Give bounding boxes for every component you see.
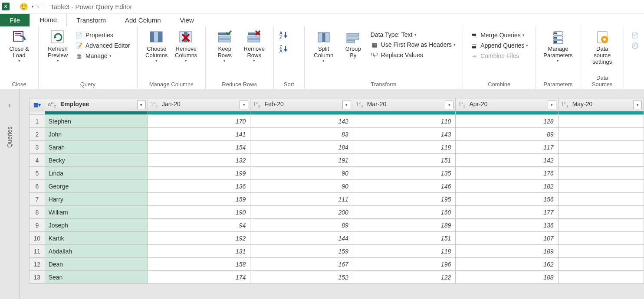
- qat-dropdown[interactable]: ▾: [32, 4, 34, 9]
- cell-number[interactable]: [558, 128, 644, 141]
- column-filter-button[interactable]: ▾: [137, 101, 146, 109]
- column-header-employee[interactable]: ABC Employee▾: [45, 98, 148, 111]
- column-header-apr-20[interactable]: 123 Apr-20▾: [456, 98, 558, 111]
- cell-number[interactable]: 132: [148, 154, 250, 167]
- cell-number[interactable]: [558, 167, 644, 180]
- data-type-button[interactable]: Data Type: Text ▾: [368, 30, 458, 39]
- cell-number[interactable]: 146: [353, 180, 455, 193]
- group-by-button[interactable]: Group By: [338, 28, 368, 58]
- column-filter-button[interactable]: ▾: [445, 101, 453, 109]
- cell-number[interactable]: 136: [148, 180, 250, 193]
- append-queries-button[interactable]: ⬓ Append Queries ▾: [467, 40, 531, 51]
- cell-number[interactable]: [558, 245, 644, 258]
- tab-add-column[interactable]: Add Column: [115, 14, 171, 26]
- cell-number[interactable]: [558, 180, 644, 193]
- column-filter-button[interactable]: ▾: [240, 101, 248, 109]
- cell-number[interactable]: 89: [250, 219, 353, 232]
- cell-number[interactable]: 192: [148, 232, 250, 245]
- cell-number[interactable]: 167: [250, 258, 353, 271]
- cell-number[interactable]: 190: [148, 206, 250, 219]
- cell-number[interactable]: 122: [353, 271, 455, 284]
- cell-number[interactable]: 131: [148, 245, 250, 258]
- manage-parameters-button[interactable]: Manage Parameters ▾: [540, 28, 576, 63]
- cell-number[interactable]: 177: [456, 206, 558, 219]
- cell-number[interactable]: 184: [250, 141, 353, 154]
- cell-number[interactable]: [558, 154, 644, 167]
- tab-home[interactable]: Home: [30, 13, 67, 26]
- cell-number[interactable]: 118: [353, 245, 455, 258]
- cell-number[interactable]: 144: [250, 232, 353, 245]
- choose-columns-button[interactable]: Choose Columns ▾: [142, 28, 171, 63]
- row-number[interactable]: 8: [30, 206, 45, 219]
- cell-text[interactable]: Kartik: [45, 232, 148, 245]
- cell-number[interactable]: [558, 258, 644, 271]
- cell-number[interactable]: 90: [250, 180, 353, 193]
- table-row[interactable]: 1Stephen170142110128: [30, 115, 644, 128]
- row-number[interactable]: 9: [30, 219, 45, 232]
- cell-number[interactable]: 188: [456, 271, 558, 284]
- cell-number[interactable]: 191: [250, 154, 353, 167]
- cell-number[interactable]: 135: [353, 167, 455, 180]
- expand-queries-button[interactable]: ›: [8, 101, 10, 109]
- cell-text[interactable]: Sarah: [45, 141, 148, 154]
- cell-number[interactable]: 143: [353, 128, 455, 141]
- cell-number[interactable]: 156: [456, 193, 558, 206]
- cell-number[interactable]: [558, 141, 644, 154]
- cell-number[interactable]: 128: [456, 115, 558, 128]
- table-row[interactable]: 3Sarah154184118117: [30, 141, 644, 154]
- cell-number[interactable]: 199: [148, 167, 250, 180]
- cell-number[interactable]: 159: [148, 193, 250, 206]
- cell-number[interactable]: 90: [250, 167, 353, 180]
- table-row[interactable]: 12Dean158167196162: [30, 258, 644, 271]
- row-number[interactable]: 7: [30, 193, 45, 206]
- cell-number[interactable]: 170: [148, 115, 250, 128]
- merge-queries-button[interactable]: ⬒ Merge Queries ▾: [467, 30, 531, 40]
- row-number[interactable]: 12: [30, 258, 45, 271]
- tab-view[interactable]: View: [171, 14, 204, 26]
- cell-text[interactable]: Sean: [45, 271, 148, 284]
- table-row[interactable]: 8William190200160177: [30, 206, 644, 219]
- remove-rows-button[interactable]: Remove Rows ▾: [240, 28, 269, 63]
- remove-columns-button[interactable]: Remove Columns ▾: [171, 28, 201, 63]
- cell-number[interactable]: 162: [456, 258, 558, 271]
- cell-number[interactable]: 117: [456, 141, 558, 154]
- table-row[interactable]: 10Kartik192144151107: [30, 232, 644, 245]
- first-row-headers-button[interactable]: ▦ Use First Row as Headers ▾: [368, 39, 458, 50]
- row-number[interactable]: 2: [30, 128, 45, 141]
- row-number[interactable]: 5: [30, 167, 45, 180]
- advanced-editor-button[interactable]: 📝 Advanced Editor: [72, 40, 133, 51]
- column-header-may-20[interactable]: 123 May-20▾: [558, 98, 644, 111]
- cell-number[interactable]: 182: [456, 180, 558, 193]
- column-header-jan-20[interactable]: 123 Jan-20▾: [148, 98, 250, 111]
- cell-number[interactable]: 118: [353, 141, 455, 154]
- cell-number[interactable]: 110: [353, 115, 455, 128]
- cell-number[interactable]: 89: [456, 128, 558, 141]
- row-number[interactable]: 10: [30, 232, 45, 245]
- cell-text[interactable]: Stephen: [45, 115, 148, 128]
- cell-number[interactable]: 200: [250, 206, 353, 219]
- cell-number[interactable]: 159: [250, 245, 353, 258]
- table-row[interactable]: 6George13690146182: [30, 180, 644, 193]
- column-filter-button[interactable]: ▾: [633, 101, 642, 109]
- cell-text[interactable]: Joseph: [45, 219, 148, 232]
- row-number[interactable]: 6: [30, 180, 45, 193]
- cell-number[interactable]: [558, 219, 644, 232]
- tab-transform[interactable]: Transform: [67, 14, 115, 26]
- keep-rows-button[interactable]: Keep Rows ▾: [210, 28, 240, 63]
- table-row[interactable]: 4Becky132191151142: [30, 154, 644, 167]
- cell-number[interactable]: 83: [250, 128, 353, 141]
- table-row[interactable]: 9Joseph9489189136: [30, 219, 644, 232]
- table-corner-button[interactable]: ▦▾: [30, 98, 45, 111]
- cell-text[interactable]: George: [45, 180, 148, 193]
- cell-number[interactable]: 151: [353, 154, 455, 167]
- cell-number[interactable]: 158: [148, 258, 250, 271]
- cell-text[interactable]: Becky: [45, 154, 148, 167]
- qat-customize[interactable]: ▿: [37, 4, 39, 9]
- close-and-load-button[interactable]: Close & Load ▾: [4, 28, 34, 63]
- column-filter-button[interactable]: ▾: [548, 101, 556, 109]
- column-filter-button[interactable]: ▾: [342, 101, 351, 109]
- table-row[interactable]: 7Harry159111195156: [30, 193, 644, 206]
- tab-file[interactable]: File: [0, 14, 30, 26]
- cell-number[interactable]: [558, 206, 644, 219]
- cell-number[interactable]: 94: [148, 219, 250, 232]
